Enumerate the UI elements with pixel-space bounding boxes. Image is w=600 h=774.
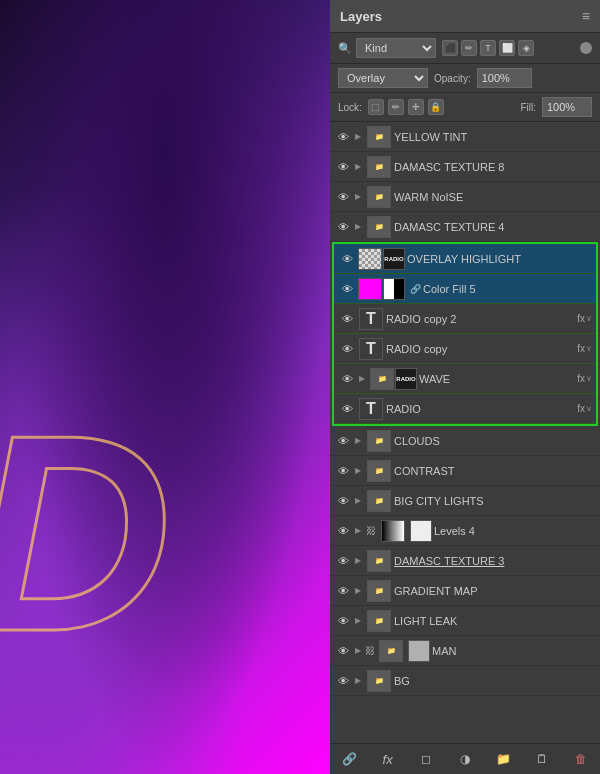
fx-wave[interactable]: fx ∨ bbox=[577, 373, 592, 384]
visibility-radio-copy[interactable]: 👁 bbox=[338, 340, 356, 358]
bg-text-overlay: D bbox=[0, 373, 152, 694]
fx-radio-copy-2[interactable]: fx ∨ bbox=[577, 313, 592, 324]
expand-damasc-3[interactable]: ▶ bbox=[352, 552, 364, 570]
layer-name-contrast: CONTRAST bbox=[394, 465, 596, 477]
expand-clouds[interactable]: ▶ bbox=[352, 432, 364, 450]
adjustment-btn[interactable]: ◑ bbox=[454, 749, 476, 769]
layer-overlay-highlight[interactable]: 👁 RADIO OVERLAY HIGHLIGHT bbox=[334, 244, 596, 274]
visibility-radio-copy-2[interactable]: 👁 bbox=[338, 310, 356, 328]
layer-big-city-lights[interactable]: 👁 ▶ 📁 BIG CITY LIGHTS bbox=[330, 486, 600, 516]
group-btn[interactable]: 📁 bbox=[493, 749, 515, 769]
levels-chain-icon: ⛓ bbox=[366, 525, 376, 536]
layer-radio-copy[interactable]: 👁 T RADIO copy fx ∨ bbox=[334, 334, 596, 364]
thumb2-levels-4 bbox=[410, 520, 432, 542]
layer-name-levels-4: Levels 4 bbox=[434, 525, 596, 537]
layer-clouds[interactable]: 👁 ▶ 📁 CLOUDS bbox=[330, 426, 600, 456]
visibility-overlay-highlight[interactable]: 👁 bbox=[338, 250, 356, 268]
visibility-yellow-tint[interactable]: 👁 bbox=[334, 128, 352, 146]
layer-name-light-leak: LIGHT LEAK bbox=[394, 615, 596, 627]
filter-search-icon: 🔍 bbox=[338, 42, 352, 55]
expand-yellow-tint[interactable]: ▶ bbox=[352, 128, 364, 146]
thumb-man: 📁 bbox=[379, 640, 403, 662]
visibility-color-fill-5[interactable]: 👁 bbox=[338, 280, 356, 298]
layer-gradient-map[interactable]: 👁 ▶ 📁 GRADIENT MAP bbox=[330, 576, 600, 606]
expand-damasc-4[interactable]: ▶ bbox=[352, 218, 364, 236]
filter-text-icon[interactable]: T bbox=[480, 40, 496, 56]
expand-man[interactable]: ▶ bbox=[352, 642, 364, 660]
thumb2-overlay-highlight: RADIO bbox=[383, 248, 405, 270]
filter-shape-icon[interactable]: ⬜ bbox=[499, 40, 515, 56]
layer-damasc-3[interactable]: 👁 ▶ 📁 DAMASC TEXTURE 3 bbox=[330, 546, 600, 576]
expand-wave[interactable]: ▶ bbox=[356, 370, 368, 388]
visibility-big-city-lights[interactable]: 👁 bbox=[334, 492, 352, 510]
layer-damasc-4[interactable]: 👁 ▶ 📁 DAMASC TEXTURE 4 bbox=[330, 212, 600, 242]
link-layers-btn[interactable]: 🔗 bbox=[338, 749, 360, 769]
visibility-clouds[interactable]: 👁 bbox=[334, 432, 352, 450]
visibility-light-leak[interactable]: 👁 bbox=[334, 612, 352, 630]
layer-color-fill-5[interactable]: 👁 🔗 Color Fill 5 bbox=[334, 274, 596, 304]
fx-btn[interactable]: fx bbox=[377, 749, 399, 769]
thumb-clouds: 📁 bbox=[367, 430, 391, 452]
layer-contrast[interactable]: 👁 ▶ 📁 CONTRAST bbox=[330, 456, 600, 486]
expand-gradient-map[interactable]: ▶ bbox=[352, 582, 364, 600]
blend-mode-dropdown[interactable]: Overlay Normal Multiply Screen bbox=[338, 68, 428, 88]
visibility-contrast[interactable]: 👁 bbox=[334, 462, 352, 480]
visibility-radio[interactable]: 👁 bbox=[338, 400, 356, 418]
expand-bg[interactable]: ▶ bbox=[352, 672, 364, 690]
filter-pixel-icon[interactable]: ⬛ bbox=[442, 40, 458, 56]
layer-light-leak[interactable]: 👁 ▶ 📁 LIGHT LEAK bbox=[330, 606, 600, 636]
layer-radio[interactable]: 👁 T RADIO fx ∨ bbox=[334, 394, 596, 424]
filter-smart-icon[interactable]: ◈ bbox=[518, 40, 534, 56]
thumb-levels-4 bbox=[381, 520, 405, 542]
layers-list[interactable]: 👁 ▶ 📁 YELLOW TINT 👁 ▶ 📁 DAMASC TEXTURE 8… bbox=[330, 122, 600, 743]
thumb-light-leak: 📁 bbox=[367, 610, 391, 632]
visibility-gradient-map[interactable]: 👁 bbox=[334, 582, 352, 600]
expand-warm-noise[interactable]: ▶ bbox=[352, 188, 364, 206]
fx-chevron-radio-copy-2: ∨ bbox=[586, 314, 592, 323]
new-layer-btn[interactable]: 🗒 bbox=[531, 749, 553, 769]
layer-man[interactable]: 👁 ▶ ⛓ 📁 MAN bbox=[330, 636, 600, 666]
fx-chevron-radio-copy: ∨ bbox=[586, 344, 592, 353]
thumb2-man bbox=[408, 640, 430, 662]
layer-bg[interactable]: 👁 ▶ 📁 BG bbox=[330, 666, 600, 696]
layer-warm-noise[interactable]: 👁 ▶ 📁 WARM NoISE bbox=[330, 182, 600, 212]
fill-input[interactable] bbox=[542, 97, 592, 117]
lock-label: Lock: bbox=[338, 102, 362, 113]
visibility-damasc-8[interactable]: 👁 bbox=[334, 158, 352, 176]
visibility-levels-4[interactable]: 👁 bbox=[334, 522, 352, 540]
expand-light-leak[interactable]: ▶ bbox=[352, 612, 364, 630]
expand-contrast[interactable]: ▶ bbox=[352, 462, 364, 480]
filter-kind-dropdown[interactable]: Kind Name Effect bbox=[356, 38, 436, 58]
fx-radio[interactable]: fx ∨ bbox=[577, 403, 592, 414]
layer-levels-4[interactable]: 👁 ▶ ⛓ Levels 4 bbox=[330, 516, 600, 546]
layer-wave[interactable]: 👁 ▶ 📁 RADIO WAVE fx ∨ bbox=[334, 364, 596, 394]
expand-levels-4[interactable]: ▶ bbox=[352, 522, 364, 540]
fx-radio-copy[interactable]: fx ∨ bbox=[577, 343, 592, 354]
panel-menu-icon[interactable]: ≡ bbox=[582, 8, 590, 24]
man-chain-icon: ⛓ bbox=[365, 645, 375, 656]
layer-yellow-tint[interactable]: 👁 ▶ 📁 YELLOW TINT bbox=[330, 122, 600, 152]
layer-damasc-8[interactable]: 👁 ▶ 📁 DAMASC TEXTURE 8 bbox=[330, 152, 600, 182]
mask-btn[interactable]: ◻ bbox=[415, 749, 437, 769]
lock-artboard-btn[interactable]: 🔒 bbox=[428, 99, 444, 115]
thumb-warm-noise: 📁 bbox=[367, 186, 391, 208]
expand-damasc-8[interactable]: ▶ bbox=[352, 158, 364, 176]
lock-position-btn[interactable]: ✛ bbox=[408, 99, 424, 115]
lock-row: Lock: ⬚ ✏ ✛ 🔒 Fill: bbox=[330, 93, 600, 122]
visibility-warm-noise[interactable]: 👁 bbox=[334, 188, 352, 206]
expand-big-city-lights[interactable]: ▶ bbox=[352, 492, 364, 510]
visibility-bg[interactable]: 👁 bbox=[334, 672, 352, 690]
lock-transparent-btn[interactable]: ⬚ bbox=[368, 99, 384, 115]
lock-image-btn[interactable]: ✏ bbox=[388, 99, 404, 115]
delete-btn[interactable]: 🗑 bbox=[570, 749, 592, 769]
layer-name-big-city-lights: BIG CITY LIGHTS bbox=[394, 495, 596, 507]
layer-radio-copy-2[interactable]: 👁 T RADIO copy 2 fx ∨ bbox=[334, 304, 596, 334]
visibility-man[interactable]: 👁 bbox=[334, 642, 352, 660]
visibility-damasc-3[interactable]: 👁 bbox=[334, 552, 352, 570]
filter-pen-icon[interactable]: ✏ bbox=[461, 40, 477, 56]
visibility-damasc-4[interactable]: 👁 bbox=[334, 218, 352, 236]
visibility-wave[interactable]: 👁 bbox=[338, 370, 356, 388]
layer-name-warm-noise: WARM NoISE bbox=[394, 191, 596, 203]
opacity-input[interactable] bbox=[477, 68, 532, 88]
filter-toggle-dot[interactable] bbox=[580, 42, 592, 54]
